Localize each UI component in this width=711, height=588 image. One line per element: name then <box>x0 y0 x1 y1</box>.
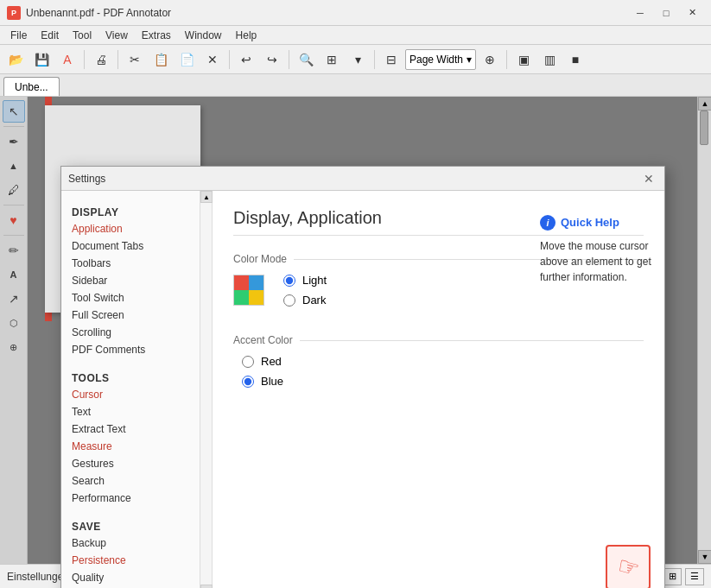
toolbar-sep-1 <box>84 50 85 69</box>
nav-sidebar[interactable]: Sidebar <box>61 272 212 289</box>
nav-scrolling[interactable]: Scrolling <box>61 324 212 341</box>
nav-measure[interactable]: Measure <box>61 438 212 455</box>
nav-performance[interactable]: Performance <box>61 490 212 507</box>
open-button[interactable]: 📂 <box>3 48 28 71</box>
red-accent-option[interactable]: Red <box>242 355 644 368</box>
copy-button[interactable]: 📋 <box>149 48 173 71</box>
nav-scrollbar: ▲ ▼ <box>200 191 212 588</box>
grid-button[interactable]: ⊞ <box>320 48 344 71</box>
zoom-in-button[interactable]: ⊕ <box>478 48 502 71</box>
search-button[interactable]: 🔍 <box>294 48 318 71</box>
dropdown-arrow-icon: ▾ <box>467 54 472 66</box>
page-width-label: Page Width <box>409 54 463 66</box>
dialog-title-bar: Settings ✕ <box>61 167 664 191</box>
nav-full-screen[interactable]: Full Screen <box>61 307 212 324</box>
cursor-help-box: ☞ <box>606 545 651 588</box>
dialog-body: DISPLAY Application Document Tabs Toolba… <box>61 191 664 588</box>
color-mode-icon <box>233 275 264 306</box>
page-view-1[interactable]: ▣ <box>511 48 536 71</box>
nav-scroll-track[interactable] <box>200 203 212 585</box>
maximize-button[interactable]: □ <box>654 3 678 22</box>
annotate-button[interactable]: A <box>55 48 79 71</box>
light-mode-option[interactable]: Light <box>283 274 327 287</box>
nav-persistence[interactable]: Persistence <box>61 552 212 569</box>
redo-button[interactable]: ↪ <box>260 48 284 71</box>
nav-pdf-comments[interactable]: PDF Comments <box>61 341 212 358</box>
tab-bar: Unbe... <box>0 74 711 97</box>
save-button[interactable]: 💾 <box>29 48 54 71</box>
cm-q2 <box>249 275 263 290</box>
toolbar-sep-2 <box>117 50 118 69</box>
window-title: Unbenannt.pdf - PDF Annotator <box>26 7 628 19</box>
menu-file[interactable]: File <box>3 26 34 45</box>
menu-edit[interactable]: Edit <box>34 26 66 45</box>
main-area: ↖ ✒ ▲ 🖊 ♥ ✏ A ↗ ⬡ ⊕ ▲ ▼ Settings ✕ <box>0 97 711 564</box>
quick-help-title-text: Quick Help <box>561 214 619 231</box>
menu-bar: File Edit Tool View Extras Window Help <box>0 26 711 45</box>
menu-window[interactable]: Window <box>178 26 229 45</box>
nav-text[interactable]: Text <box>61 403 212 420</box>
nav-extract-text[interactable]: Extract Text <box>61 420 212 438</box>
print-button[interactable]: 🖨 <box>89 48 113 71</box>
nav-application[interactable]: Application <box>61 220 212 237</box>
modal-overlay: Settings ✕ DISPLAY Application Document … <box>0 97 711 564</box>
view-grid-btn[interactable]: ⊞ <box>663 568 682 585</box>
view-list-btn[interactable]: ☰ <box>685 568 704 585</box>
dialog-close-button[interactable]: ✕ <box>640 170 657 187</box>
dark-mode-option[interactable]: Dark <box>283 294 327 307</box>
cm-q3 <box>234 290 249 305</box>
app-icon: P <box>7 6 21 20</box>
light-mode-radio[interactable] <box>283 275 295 287</box>
tab-document[interactable]: Unbe... <box>3 77 60 96</box>
nav-scroll-up[interactable]: ▲ <box>200 191 213 203</box>
menu-extras[interactable]: Extras <box>135 26 178 45</box>
blue-accent-radio[interactable] <box>242 376 254 388</box>
toolbar-sep-6 <box>506 50 507 69</box>
blue-accent-label: Blue <box>261 375 283 388</box>
nav-cursor[interactable]: Cursor <box>61 386 212 403</box>
dark-mode-label: Dark <box>302 294 326 307</box>
red-accent-radio[interactable] <box>242 356 254 368</box>
tab-label: Unbe... <box>15 81 48 93</box>
nav-quality[interactable]: Quality <box>61 569 212 586</box>
delete-button[interactable]: ✕ <box>200 48 225 71</box>
settings-nav-panel: DISPLAY Application Document Tabs Toolba… <box>61 191 213 588</box>
title-bar: P Unbenannt.pdf - PDF Annotator ─ □ ✕ <box>0 0 711 26</box>
undo-button[interactable]: ↩ <box>234 48 258 71</box>
window-controls: ─ □ ✕ <box>628 3 704 22</box>
menu-help[interactable]: Help <box>229 26 264 45</box>
minimize-button[interactable]: ─ <box>628 3 652 22</box>
toolbar-sep-4 <box>289 50 289 69</box>
dark-mode-radio[interactable] <box>283 294 295 307</box>
page-view-3[interactable]: ■ <box>563 48 587 71</box>
menu-view[interactable]: View <box>98 26 135 45</box>
nav-tool-switch[interactable]: Tool Switch <box>61 289 212 307</box>
display-section-header: DISPLAY <box>61 201 212 220</box>
cut-button[interactable]: ✂ <box>123 48 147 71</box>
info-icon: i <box>540 215 555 231</box>
nav-toolbars[interactable]: Toolbars <box>61 255 212 272</box>
cm-q4 <box>249 290 263 305</box>
accent-color-section: Accent Color Red Blue <box>233 334 644 388</box>
accent-color-radio-group: Red Blue <box>233 355 644 388</box>
menu-tool[interactable]: Tool <box>66 26 98 45</box>
nav-search[interactable]: Search <box>61 472 212 490</box>
settings-content-panel: Display, Application Color Mode <box>213 191 664 588</box>
fit-button[interactable]: ⊟ <box>379 48 403 71</box>
nav-gestures[interactable]: Gestures <box>61 455 212 472</box>
light-mode-label: Light <box>302 274 327 287</box>
blue-accent-option[interactable]: Blue <box>242 375 644 388</box>
toolbar: 📂 💾 A 🖨 ✂ 📋 📄 ✕ ↩ ↪ 🔍 ⊞ ▾ ⊟ Page Width ▾… <box>0 45 711 74</box>
nav-backup[interactable]: Backup <box>61 534 212 552</box>
page-view-2[interactable]: ▥ <box>537 48 562 71</box>
dropdown-btn[interactable]: ▾ <box>346 48 370 71</box>
toolbar-sep-3 <box>229 50 230 69</box>
toolbar-sep-5 <box>374 50 375 69</box>
nav-scroll-down[interactable]: ▼ <box>200 585 213 588</box>
dialog-title-text: Settings <box>68 173 640 185</box>
page-width-dropdown[interactable]: Page Width ▾ <box>405 49 476 70</box>
save-section-header: SAVE <box>61 515 212 534</box>
close-button[interactable]: ✕ <box>680 3 704 22</box>
nav-document-tabs[interactable]: Document Tabs <box>61 237 212 255</box>
paste-button[interactable]: 📄 <box>175 48 199 71</box>
